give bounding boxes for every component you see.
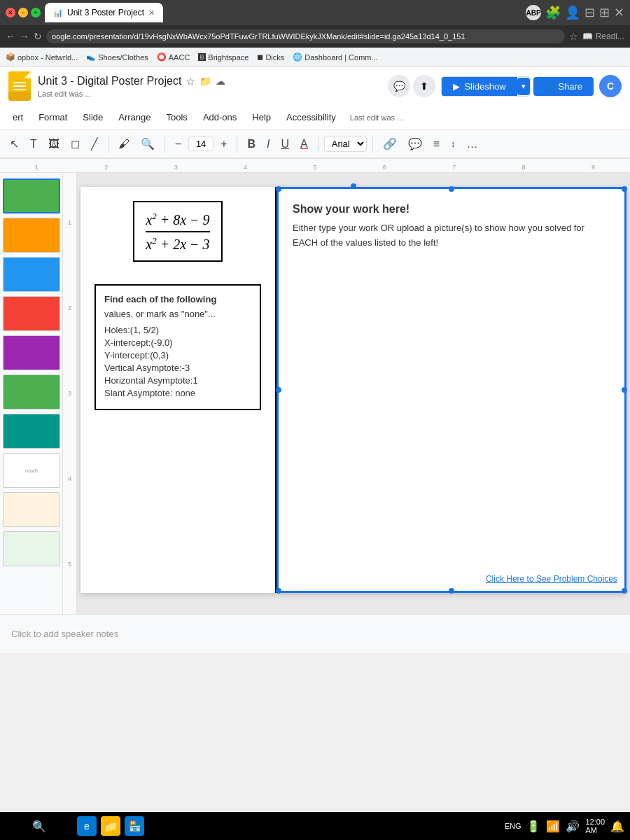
taskbar-edge-icon[interactable]: e xyxy=(77,816,97,836)
right-handle-top[interactable] xyxy=(449,186,454,192)
maximize-button[interactable]: + xyxy=(31,8,41,18)
text-tool[interactable]: T xyxy=(26,135,41,153)
right-handle-right[interactable] xyxy=(622,387,627,393)
taskbar-language[interactable]: ENG xyxy=(505,822,522,830)
readi-icon[interactable]: 📖 Readi... xyxy=(582,31,624,41)
line-spacing-button[interactable]: ↕ xyxy=(447,136,460,152)
abp-icon[interactable]: ABP xyxy=(526,5,541,20)
right-handle-bottomright[interactable] xyxy=(622,588,627,594)
bold-button[interactable]: B xyxy=(243,135,260,153)
share-button[interactable]: 👤 Share xyxy=(533,77,594,96)
menu-addons[interactable]: Add-ons xyxy=(196,109,244,125)
drive-icon[interactable]: 📁 xyxy=(200,76,211,87)
slide-right-panel[interactable]: Show your work here! Either type your wo… xyxy=(276,187,626,593)
minus-size-button[interactable]: − xyxy=(171,135,186,153)
slide-thumb-4[interactable] xyxy=(3,296,60,331)
bookmark-dicks[interactable]: ◼ Dicks xyxy=(257,52,284,62)
canvas-area[interactable]: x2 + 8x − 9 x2 + 2x − 3 Find each of the… xyxy=(77,173,630,614)
slide-thumb-9[interactable] xyxy=(3,492,60,527)
slide-thumb-8[interactable]: math xyxy=(3,453,60,488)
slideshow-dropdown-button[interactable]: ▾ xyxy=(517,78,530,95)
comment-button[interactable]: 💬 xyxy=(404,134,426,153)
slide-thumb-6[interactable] xyxy=(3,374,60,410)
close-button[interactable]: ✕ xyxy=(6,8,15,18)
right-handle-left[interactable] xyxy=(276,387,281,393)
slide-thumb-3[interactable] xyxy=(3,257,60,292)
menu-tools[interactable]: Tools xyxy=(160,109,195,125)
align-left-button[interactable]: ≡ xyxy=(429,135,444,153)
plus-size-button[interactable]: + xyxy=(216,135,231,153)
minimize-button[interactable]: − xyxy=(18,8,28,18)
slide-thumb-2[interactable] xyxy=(3,218,60,253)
menu-accessibility[interactable]: Accessibility xyxy=(279,109,343,125)
back-button[interactable]: ← xyxy=(6,31,15,42)
bookmark-opbox[interactable]: 📦 opbox - Netwrld... xyxy=(6,52,78,62)
bookmark-icon[interactable]: ☆ xyxy=(569,31,578,42)
extensions-icon[interactable]: 🧩 xyxy=(545,5,561,20)
tab-close-icon[interactable]: ✕ xyxy=(148,8,155,18)
font-size-input[interactable] xyxy=(188,136,214,151)
italic-button[interactable]: I xyxy=(262,135,274,153)
taskbar-search-icon[interactable]: 🔍 xyxy=(29,816,49,836)
underline-button[interactable]: U xyxy=(276,135,293,153)
bookmark-dashboard[interactable]: 🌐 Dashboard | Comm... xyxy=(293,52,377,62)
font-select[interactable]: Arial xyxy=(324,136,367,152)
selection-handle-top[interactable] xyxy=(351,183,356,189)
forward-button[interactable]: → xyxy=(20,31,29,42)
slides-app-title: Unit 3 - Digital Poster Project xyxy=(38,75,181,88)
menu-arrange[interactable]: Arrange xyxy=(111,109,158,125)
menu-format[interactable]: Format xyxy=(31,109,74,125)
taskbar-start-icon[interactable]: ⊞ xyxy=(6,816,25,836)
toolbar: ↖ T 🖼 ◻ ╱ 🖌 🔍 − + B I U A Arial 🔗 💬 ≡ ↕ … xyxy=(0,130,630,158)
bookmark-icon-shoes: 👟 xyxy=(86,52,96,62)
line-tool[interactable]: ╱ xyxy=(87,134,102,153)
taskbar-taskview-icon[interactable]: ⊟ xyxy=(53,816,73,836)
bookmark-aacc[interactable]: ⭕ AACC xyxy=(157,52,190,62)
up-icon[interactable]: ⬆ xyxy=(413,75,435,97)
work-area-title: Show your work here! xyxy=(293,203,610,216)
slideshow-button[interactable]: ▶ Slideshow xyxy=(442,77,517,96)
font-color-button[interactable]: A xyxy=(296,135,312,153)
right-handle-topleft[interactable] xyxy=(276,186,281,192)
restore-window-icon[interactable]: ⊞ xyxy=(599,5,610,20)
close-window-icon[interactable]: ✕ xyxy=(614,5,624,20)
see-problem-link[interactable]: Click Here to See Problem Choices xyxy=(486,574,617,584)
refresh-button[interactable]: ↻ xyxy=(34,31,42,42)
minimize-window-icon[interactable]: ⊟ xyxy=(584,5,595,20)
speaker-notes-bar[interactable]: Click to add speaker notes xyxy=(0,614,630,653)
cloud-icon[interactable]: ☁ xyxy=(216,76,225,87)
menu-help[interactable]: Help xyxy=(245,109,278,125)
speaker-notes-text[interactable]: Click to add speaker notes xyxy=(11,629,118,639)
more-button[interactable]: … xyxy=(463,135,482,153)
taskbar-store-icon[interactable]: 🏪 xyxy=(125,816,144,836)
slide-thumb-5[interactable] xyxy=(3,335,60,370)
right-handle-bottom[interactable] xyxy=(449,588,454,594)
zoom-tool[interactable]: 🔍 xyxy=(136,134,159,153)
star-icon[interactable]: ☆ xyxy=(186,75,195,88)
taskbar-notification-icon[interactable]: 🔔 xyxy=(610,820,624,833)
menu-ert[interactable]: ert xyxy=(6,109,30,125)
bookmark-brightspace[interactable]: 🅱 Brightspace xyxy=(198,53,248,62)
taskbar-file-icon[interactable]: 📁 xyxy=(101,816,120,836)
taskbar-volume-icon[interactable]: 🔊 xyxy=(566,820,580,833)
slide-thumb-7[interactable] xyxy=(3,414,60,449)
bookmark-shoes[interactable]: 👟 Shoes/Clothes xyxy=(86,52,148,62)
cursor-tool[interactable]: ↖ xyxy=(6,134,23,153)
slide-thumb-1[interactable] xyxy=(3,178,60,214)
shape-tool[interactable]: ◻ xyxy=(66,134,84,153)
window-controls[interactable]: ✕ − + xyxy=(6,8,41,18)
right-handle-bottomleft[interactable] xyxy=(276,588,281,594)
fraction-box[interactable]: x2 + 8x − 9 x2 + 2x − 3 xyxy=(133,201,222,262)
profile-icon[interactable]: 👤 xyxy=(565,5,580,20)
problem-box[interactable]: Find each of the following values, or ma… xyxy=(94,284,261,410)
menu-slide[interactable]: Slide xyxy=(76,109,110,125)
link-button[interactable]: 🔗 xyxy=(379,134,401,153)
paint-format-tool[interactable]: 🖌 xyxy=(114,135,134,153)
browser-tab[interactable]: 📊 Unit 3 Poster Project ✕ xyxy=(45,3,163,22)
url-input[interactable] xyxy=(46,29,565,43)
user-avatar[interactable]: C xyxy=(599,75,622,97)
slide-thumb-10[interactable] xyxy=(3,531,60,566)
right-handle-topright[interactable] xyxy=(622,186,627,192)
image-tool[interactable]: 🖼 xyxy=(44,135,64,153)
comment-icon[interactable]: 💬 xyxy=(388,75,410,97)
